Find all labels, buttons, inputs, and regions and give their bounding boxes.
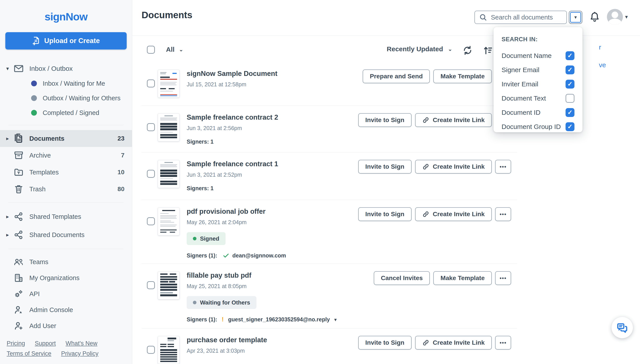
search-in-option-inviter-email[interactable]: Inviter Email ✓: [502, 77, 574, 91]
sidebar-item-label: Archive: [29, 152, 121, 159]
row-checkbox[interactable]: [147, 123, 155, 131]
invite-to-sign-button[interactable]: Invite to Sign: [358, 336, 411, 350]
terms-of-service-link[interactable]: Terms of Service: [7, 350, 51, 357]
search-in-option-document-group-id[interactable]: Document Group ID ✓: [502, 120, 574, 134]
sidebar-item-add-user[interactable]: Add User: [0, 318, 132, 334]
upload-button-label: Upload or Create: [44, 37, 100, 45]
more-actions-button[interactable]: •••: [495, 336, 511, 350]
row-checkbox[interactable]: [147, 346, 155, 354]
sidebar-item-shared-documents[interactable]: ▸ Shared Documents: [0, 226, 132, 244]
checkbox[interactable]: ✓: [566, 51, 574, 60]
sidebar-item-api[interactable]: API: [0, 286, 132, 302]
link-icon: [422, 339, 429, 346]
sidebar-item-my-organizations[interactable]: My Organizations: [0, 270, 132, 286]
row-checkbox[interactable]: [147, 217, 155, 225]
document-title[interactable]: Sample freelance contract 2: [187, 114, 278, 122]
document-thumbnail[interactable]: [158, 70, 179, 98]
pricing-link[interactable]: Pricing: [7, 340, 25, 347]
cancel-invites-button[interactable]: Cancel Invites: [374, 271, 430, 285]
sidebar-item-shared-templates[interactable]: ▸ Shared Templates: [0, 208, 132, 226]
more-actions-button[interactable]: •••: [495, 160, 511, 174]
search-in-option-document-id[interactable]: Document ID ✓: [502, 106, 574, 120]
invite-to-sign-button[interactable]: Invite to Sign: [358, 113, 411, 127]
checkbox[interactable]: ✓: [566, 122, 574, 131]
checkbox[interactable]: ✓: [566, 80, 574, 88]
document-title[interactable]: purchase order template: [187, 336, 267, 344]
document-thumbnail[interactable]: [158, 272, 179, 300]
sidebar-item-inbox-waiting-for-me[interactable]: Inbox / Waiting for Me: [0, 76, 132, 91]
sidebar-item-completed-signed[interactable]: Completed / Signed: [0, 106, 132, 120]
occluded-link-fragment: ve: [599, 61, 606, 69]
sidebar-item-label: Outbox / Waiting for Others: [43, 94, 120, 102]
sidebar-item-label: Admin Console: [29, 306, 124, 314]
chevron-right-icon[interactable]: ▸: [6, 232, 14, 238]
sidebar-item-documents[interactable]: ▸ Documents 23: [0, 130, 132, 147]
upload-or-create-button[interactable]: Upload or Create: [5, 32, 127, 50]
document-title[interactable]: pdf provisional job offer: [187, 208, 286, 216]
prepare-and-send-button[interactable]: Prepare and Send: [363, 70, 430, 83]
document-thumbnail[interactable]: [158, 208, 179, 236]
filter-dropdown[interactable]: All ⌄: [166, 46, 183, 53]
make-template-button[interactable]: Make Template: [433, 271, 492, 285]
signer-email[interactable]: dean@signnow.com: [233, 252, 286, 259]
sidebar-item-outbox-waiting-for-others[interactable]: Outbox / Waiting for Others: [0, 91, 132, 106]
document-thumbnail[interactable]: [158, 114, 179, 142]
document-title[interactable]: fillable pay stub pdf: [187, 272, 337, 280]
make-template-button[interactable]: Make Template: [433, 70, 492, 83]
row-checkbox[interactable]: [147, 170, 155, 178]
create-invite-link-button[interactable]: Create Invite Link: [415, 207, 492, 221]
whats-new-link[interactable]: What's New: [66, 340, 97, 347]
row-checkbox[interactable]: [147, 281, 155, 289]
signer-caret-icon[interactable]: ▾: [334, 317, 337, 322]
chevron-right-icon[interactable]: ▸: [6, 136, 14, 142]
sidebar-item-teams[interactable]: Teams: [0, 254, 132, 270]
checkbox[interactable]: ✓: [566, 94, 574, 103]
search-in-option-document-text[interactable]: Document Text ✓: [502, 91, 574, 106]
privacy-policy-link[interactable]: Privacy Policy: [61, 350, 98, 357]
sidebar-item-inbox-outbox[interactable]: ▾ Inbox / Outbox: [0, 61, 132, 76]
sort-dropdown[interactable]: Recently Updated ⌄: [363, 45, 452, 53]
sort-order-icon[interactable]: [483, 45, 494, 56]
refresh-icon[interactable]: [463, 45, 473, 56]
invite-to-sign-button[interactable]: Invite to Sign: [358, 160, 411, 174]
chevron-down-icon[interactable]: ▾: [6, 66, 14, 72]
document-thumbnail[interactable]: [158, 160, 179, 188]
search-options-toggle[interactable]: ▾: [569, 11, 582, 24]
document-title[interactable]: signNow Sample Document: [187, 70, 277, 78]
live-chat-button[interactable]: [611, 317, 633, 338]
pending-warning-icon: !: [221, 316, 225, 323]
search-in-dropdown: SEARCH IN: Document Name ✓ Signer Email …: [494, 27, 582, 132]
notifications-bell-icon[interactable]: [589, 12, 601, 24]
select-all-checkbox[interactable]: [147, 46, 155, 54]
account-menu-caret-icon[interactable]: ▾: [625, 14, 628, 20]
link-icon: [422, 211, 429, 218]
more-actions-button[interactable]: •••: [495, 271, 511, 285]
invite-to-sign-button[interactable]: Invite to Sign: [358, 207, 411, 221]
signer-email[interactable]: guest_signer_196230352594@no.reply: [228, 316, 330, 323]
checkbox[interactable]: ✓: [566, 108, 574, 117]
user-avatar[interactable]: [607, 9, 623, 25]
create-invite-link-button[interactable]: Create Invite Link: [415, 160, 492, 174]
row-checkbox[interactable]: [147, 80, 155, 88]
sidebar: signNow Upload or Create ▾ Inbox / Outbo…: [0, 0, 132, 364]
search-in-option-signer-email[interactable]: Signer Email ✓: [502, 63, 574, 77]
sidebar-item-archive[interactable]: Archive 7: [0, 147, 132, 164]
sidebar-item-label: Completed / Signed: [43, 109, 99, 116]
sidebar-item-admin-console[interactable]: Admin Console: [0, 302, 132, 318]
more-actions-button[interactable]: •••: [495, 207, 511, 221]
create-invite-link-button[interactable]: Create Invite Link: [415, 336, 492, 350]
checkbox[interactable]: ✓: [566, 66, 574, 74]
document-title[interactable]: Sample freelance contract 1: [187, 160, 278, 168]
sidebar-item-templates[interactable]: Templates 10: [0, 164, 132, 181]
search-in-option-document-name[interactable]: Document Name ✓: [502, 48, 574, 63]
share-nodes-icon: [14, 212, 24, 222]
chevron-right-icon[interactable]: ▸: [6, 214, 14, 220]
search-input[interactable]: [490, 14, 562, 21]
search-bar[interactable]: [475, 11, 567, 24]
create-invite-link-button[interactable]: Create Invite Link: [415, 113, 492, 127]
sidebar-divider: [9, 202, 124, 203]
search-in-title: SEARCH IN:: [502, 36, 574, 43]
document-thumbnail[interactable]: [158, 336, 179, 364]
sidebar-item-trash[interactable]: Trash 80: [0, 181, 132, 198]
support-link[interactable]: Support: [35, 340, 56, 347]
